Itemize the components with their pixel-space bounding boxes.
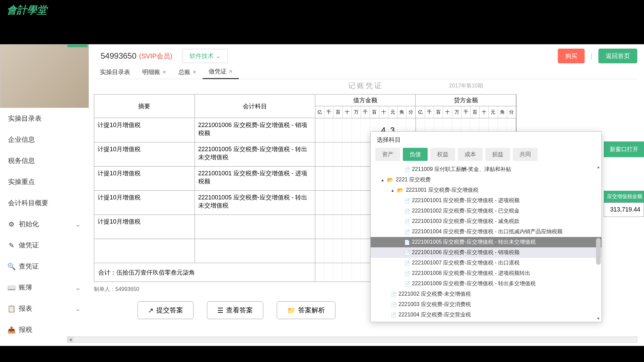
file-icon: 📄 (391, 312, 396, 318)
picker-tab[interactable]: 权益 (430, 148, 455, 161)
account-cell[interactable]: 2221001005 应交税费-应交增值税 - 转出未交增值税 (195, 142, 315, 167)
new-window-button[interactable]: 新窗口打开 (604, 141, 644, 157)
tree-item[interactable]: ▲📂2221001 应交税费-应交增值税 (371, 185, 601, 195)
file-icon: 📄 (404, 250, 410, 255)
picker-tab[interactable]: 资产 (375, 148, 400, 161)
account-picker-popup: 选择科目 资产负债权益成本损益共同 ▲ ▼ 📄2211009 应付职工薪酬-奖金… (370, 131, 602, 322)
tree-item[interactable]: 📄2221001001 应交税费-应交增值税 - 进项税额 (371, 195, 601, 206)
chevron-down-icon: ⌄ (75, 220, 81, 228)
tab-明细账[interactable]: 明细账✕ (136, 65, 172, 79)
sidebar-item[interactable]: ⚙初始化⌄ (0, 214, 89, 235)
period-bar: 记账凭证 2017年第10期 (94, 79, 637, 93)
scroll-down-arrow[interactable]: ▼ (596, 316, 601, 321)
summary-cell[interactable] (94, 239, 195, 263)
sidebar-icon: 🔍 (8, 263, 15, 270)
picker-tabs: 资产负债权益成本损益共同 (371, 148, 601, 164)
scroll-left-arrow[interactable]: ◄ (67, 337, 73, 342)
tree-item[interactable]: 📄2221001005 应交税费-应交增值税 - 转出未交增值税 (371, 237, 601, 247)
sidebar-item[interactable]: 实操重点 (0, 171, 89, 192)
sidebar-item[interactable]: 🔍查凭证 (0, 256, 89, 277)
view-answer-button[interactable]: ☰ 查看答案 (207, 301, 263, 319)
tree-item[interactable]: 📄2221001003 应交税费-应交增值税 - 减免税款 (371, 216, 601, 227)
account-cell[interactable] (195, 239, 315, 263)
sidebar-item[interactable]: 📖账簿⌄ (0, 277, 89, 298)
account-tree[interactable]: ▲ ▼ 📄2211009 应付职工薪酬-奖金、津贴和补贴▲📂2221 应交税费▲… (371, 164, 601, 322)
tab-实操目录表[interactable]: 实操目录表 (94, 65, 136, 79)
file-icon: 📄 (404, 271, 410, 276)
tab-做凭证[interactable]: 做凭证✕ (203, 65, 239, 79)
tree-label: 2221 应交税费 (396, 176, 431, 183)
account-cell[interactable]: 2221001006 应交税费-应交增值税 - 销项税额 (195, 118, 315, 142)
tree-item[interactable]: 📄2221001008 应交税费-应交增值税 - 进项税额转出 (371, 268, 601, 279)
tree-label: 2221001009 应交税费-应交增值税 - 转出多交增值税 (412, 280, 536, 287)
close-icon[interactable]: ✕ (229, 69, 233, 74)
sidebar-icon: 📤 (8, 326, 15, 333)
tree-item[interactable]: 📄2221001004 应交税费-应交增值税 - 出口抵减内销产品应纳税额 (371, 227, 601, 237)
tab-label: 实操目录表 (100, 68, 130, 76)
right-panel: 新窗口打开 应交增值税金额 313,719.44 (604, 141, 644, 217)
tree-arrow-icon: ▲ (391, 188, 394, 192)
vat-amount-label: 应交增值税金额 (604, 191, 644, 202)
user-id: 54993650 (101, 51, 137, 61)
video-thumbnail[interactable] (0, 44, 89, 108)
picker-tab[interactable]: 负债 (403, 148, 428, 161)
summary-cell[interactable]: 计提10月增值税 (94, 118, 195, 142)
account-cell[interactable] (195, 215, 315, 239)
tree-item[interactable]: 📄2221003 应交税费-应交消费税 (371, 299, 601, 310)
tree-item[interactable]: 📄2221001009 应交税费-应交增值税 - 转出多交增值税 (371, 279, 601, 289)
summary-cell[interactable]: 计提10月增值税 (94, 142, 195, 167)
sidebar-item[interactable]: 实操目录表 (0, 108, 89, 129)
tree-label: 2221004 应交税费-应交营业税 (398, 311, 471, 318)
buy-button[interactable]: 购买 (558, 49, 585, 63)
tree-item[interactable]: ▲📂2221 应交税费 (371, 175, 601, 185)
scrollbar-thumb[interactable] (596, 238, 601, 265)
unit-cell: 千 (425, 106, 434, 118)
explain-answer-button[interactable]: 📁 答案解析 (277, 301, 335, 319)
file-icon: 📄 (404, 260, 410, 266)
sidebar-item[interactable]: 📋报表⌄ (0, 298, 89, 319)
sidebar-item[interactable]: 企业信息 (0, 129, 89, 150)
tree-item[interactable]: 📄2221004 应交税费-应交营业税 (371, 310, 601, 320)
unit-cell: 百 (333, 106, 342, 118)
sidebar-item[interactable]: 税务信息 (0, 150, 89, 171)
black-gap (0, 20, 644, 44)
tab-总账[interactable]: 总账✕ (172, 65, 203, 79)
unit-cell: 分 (507, 106, 516, 118)
upload-icon: ↗ (148, 306, 154, 314)
account-cell[interactable]: 2221001001 应交税费-应交增值税 - 进项税额 (195, 167, 315, 191)
tab-label: 明细账 (142, 68, 160, 76)
tree-item[interactable]: 📄2221005 应交税费-应交城市维护建设税 (371, 320, 601, 322)
picker-tab[interactable]: 共同 (513, 148, 538, 161)
scroll-up-arrow[interactable]: ▲ (596, 165, 601, 170)
summary-cell[interactable]: 计提10月增值税 (94, 215, 195, 239)
picker-tab[interactable]: 成本 (458, 148, 483, 161)
horizontal-scrollbar[interactable]: ◄ (67, 337, 637, 343)
sidebar-icon: ✎ (8, 242, 15, 249)
voucher-title: 记账凭证 (348, 81, 383, 91)
picker-tab[interactable]: 损益 (485, 148, 510, 161)
tree-label: 2221001004 应交税费-应交增值税 - 出口抵减内销产品应纳税额 (412, 228, 562, 235)
tree-item[interactable]: 📄2221002 应交税费-未交增值税 (371, 289, 601, 299)
home-button[interactable]: 返回首页 (598, 49, 637, 63)
sidebar-item[interactable]: 会计科目概要 (0, 192, 89, 214)
tree-item[interactable]: 📄2211009 应付职工薪酬-奖金、津贴和补贴 (371, 164, 601, 175)
tree-label: 2221003 应交税费-应交消费税 (398, 301, 471, 308)
submit-answer-button[interactable]: ↗ 提交答案 (138, 301, 194, 319)
unit-cell: 元 (388, 106, 397, 118)
tree-label: 2221001001 应交税费-应交增值税 - 进项税额 (412, 197, 520, 204)
summary-cell[interactable]: 计提10月增值税 (94, 191, 195, 215)
tree-item[interactable]: 📄2221001006 应交税费-应交增值税 - 销项税额 (371, 247, 601, 258)
tree-item[interactable]: 📄2221001007 应交税费-应交增值税 - 出口退税 (371, 258, 601, 268)
picker-title: 选择科目 (371, 132, 601, 148)
close-icon[interactable]: ✕ (162, 69, 166, 75)
tech-dropdown[interactable]: 软件技术 ⌄ (182, 49, 228, 63)
tree-label: 2221001003 应交税费-应交增值税 - 减免税款 (412, 218, 520, 225)
account-cell[interactable]: 2221001005 应交税费-应交增值税 - 转出未交增值税 (195, 191, 315, 215)
chevron-down-icon: ⌄ (216, 52, 221, 60)
tree-item[interactable]: 📄2221001002 应交税费-应交增值税 - 已交税金 (371, 206, 601, 216)
close-icon[interactable]: ✕ (193, 69, 197, 75)
sidebar-item[interactable]: ✎做凭证 (0, 235, 89, 256)
col-summary-header: 摘要 (94, 95, 195, 118)
summary-cell[interactable]: 计提10月增值税 (94, 167, 195, 191)
folder-open-icon: 📂 (397, 187, 404, 193)
